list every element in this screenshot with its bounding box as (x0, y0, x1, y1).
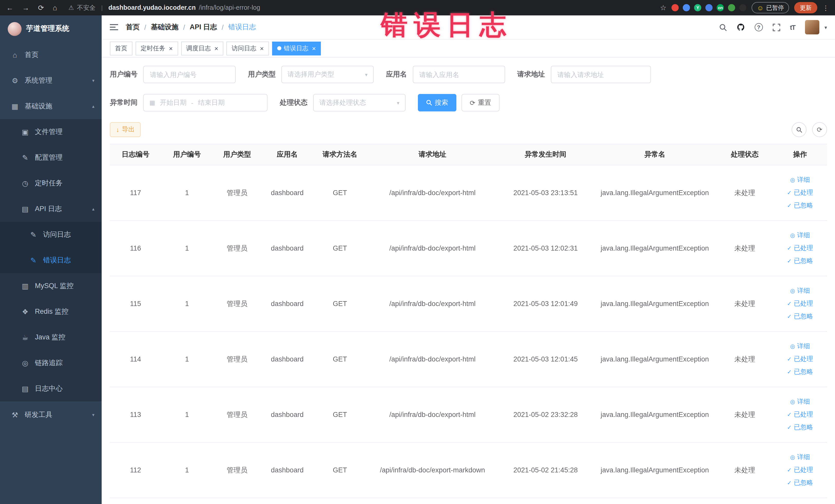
sidebar-item-label: 日志中心 (35, 384, 63, 394)
sidebar-item-file[interactable]: ▣文件管理 (0, 119, 102, 145)
ext-y-icon[interactable]: Y (694, 4, 701, 11)
sidebar-item-label: Redis 监控 (35, 307, 68, 316)
sidebar-item-trace[interactable]: ◎链路追踪 (0, 350, 102, 376)
actions-cell: ◎详细✓已处理✓已忽略 (773, 331, 827, 387)
sidebar-item-home[interactable]: ⌂首页 (0, 42, 102, 68)
request-url-input[interactable] (551, 66, 651, 83)
font-size-icon[interactable]: tT (790, 23, 795, 31)
detail-link[interactable]: ◎详细 (773, 451, 827, 464)
sidebar-item-dev-tools[interactable]: ⚒研发工具▾ (0, 402, 102, 427)
refresh-icon: ⟳ (470, 99, 475, 106)
status-cell: 未处理 (716, 165, 773, 221)
sidebar-item-error-log[interactable]: ✎错误日志 (0, 247, 102, 273)
refresh-button[interactable]: ⟳ (812, 122, 827, 137)
fullscreen-icon[interactable] (772, 23, 780, 31)
ignored-label: 已忽略 (794, 477, 813, 489)
log-id-cell: 116 (110, 221, 161, 276)
home-button[interactable]: ⌂ (53, 4, 57, 12)
processed-link[interactable]: ✓已处理 (773, 186, 827, 199)
github-icon[interactable] (736, 23, 745, 31)
app-logo[interactable]: 芋道管理系统 (0, 15, 102, 42)
sidebar-item-access-log[interactable]: ✎访问日志 (0, 222, 102, 247)
ext-paw-icon[interactable] (739, 4, 747, 11)
sidebar-item-log-center[interactable]: ▤日志中心 (0, 376, 102, 402)
forward-button[interactable]: → (22, 4, 29, 12)
sidebar-item-label: MySQL 监控 (35, 281, 74, 291)
ext-leaf-icon[interactable] (728, 4, 735, 11)
processed-link[interactable]: ✓已处理 (773, 408, 827, 421)
folder-icon: ▣ (21, 128, 30, 136)
chevron-down-icon[interactable]: ▾ (824, 24, 827, 30)
ext-on-icon[interactable]: on (717, 4, 724, 11)
address-bar[interactable]: ⚠ 不安全 | dashboard.yudao.iocoder.cn/infra… (68, 3, 660, 12)
detail-link[interactable]: ◎详细 (773, 340, 827, 353)
close-icon[interactable]: × (260, 45, 264, 52)
detail-link[interactable]: ◎详细 (773, 396, 827, 408)
ignored-link[interactable]: ✓已忽略 (773, 199, 827, 212)
detail-link[interactable]: ◎详细 (773, 229, 827, 242)
ignored-link[interactable]: ✓已忽略 (773, 255, 827, 267)
request-url-cell: /api/infra/db-doc/export-html (367, 331, 498, 387)
export-button[interactable]: ↓ 导出 (110, 122, 141, 137)
sidebar-item-job[interactable]: ◷定时任务 (0, 170, 102, 196)
detail-link[interactable]: ◎详细 (773, 174, 827, 186)
processed-link[interactable]: ✓已处理 (773, 464, 827, 477)
help-icon[interactable]: ? (754, 23, 762, 31)
back-button[interactable]: ← (6, 4, 13, 12)
ignored-link[interactable]: ✓已忽略 (773, 310, 827, 323)
processed-link[interactable]: ✓已处理 (773, 242, 827, 255)
tab-error-log[interactable]: 错误日志× (272, 41, 321, 55)
search-toggle-button[interactable] (792, 122, 807, 137)
processed-link[interactable]: ✓已处理 (773, 353, 827, 366)
search-icon[interactable] (719, 23, 727, 31)
method-cell: GET (313, 331, 367, 387)
exception-time-range-picker[interactable]: ▦ 开始日期 - 结束日期 (143, 94, 267, 112)
user-type-select[interactable]: 请选择用户类型 ▾ (281, 66, 374, 83)
user-avatar[interactable] (805, 20, 819, 35)
process-status-select[interactable]: 请选择处理状态 ▾ (313, 94, 406, 112)
ignored-link[interactable]: ✓已忽略 (773, 366, 827, 379)
ignored-link[interactable]: ✓已忽略 (773, 421, 827, 434)
breadcrumb-item[interactable]: API 日志 (190, 23, 217, 32)
processed-link[interactable]: ✓已处理 (773, 297, 827, 310)
tab-home[interactable]: 首页 (110, 41, 133, 55)
user-type-cell: 管理员 (213, 387, 262, 442)
detail-link[interactable]: ◎详细 (773, 284, 827, 297)
hamburger-icon[interactable] (110, 24, 118, 31)
sidebar-item-system[interactable]: ⚙系统管理▾ (0, 68, 102, 94)
close-icon[interactable]: × (312, 45, 316, 52)
ignored-link[interactable]: ✓已忽略 (773, 477, 827, 489)
profile-paused-pill[interactable]: ☺ 已暂停 (752, 2, 789, 13)
sidebar-item-infra[interactable]: ▦基础设施▴ (0, 94, 102, 119)
actions-cell: ◎详细✓已处理✓已忽略 (773, 165, 827, 221)
time-cell: 2021-05-03 12:01:49 (498, 276, 593, 331)
tab-access-log[interactable]: 访问日志× (226, 41, 269, 55)
reload-button[interactable]: ⟳ (38, 4, 44, 12)
sidebar-item-config[interactable]: ✎配置管理 (0, 145, 102, 170)
update-button[interactable]: 更新 (794, 2, 817, 13)
download-icon: ↓ (116, 126, 119, 133)
user-id-input[interactable] (143, 66, 236, 83)
sidebar-item-api-log[interactable]: ▤API 日志▴ (0, 196, 102, 222)
bookmark-star-icon[interactable]: ☆ (660, 4, 666, 12)
breadcrumb-separator: / (222, 23, 224, 31)
ext-record-icon[interactable] (672, 4, 679, 11)
sidebar-item-mysql[interactable]: ▥MySQL 监控 (0, 273, 102, 299)
menu-kebab-icon[interactable]: ⋮ (822, 4, 829, 12)
tab-job[interactable]: 定时任务× (136, 41, 178, 55)
breadcrumb-item[interactable]: 首页 (126, 23, 140, 32)
sidebar-item-redis[interactable]: ❖Redis 监控 (0, 299, 102, 324)
tab-label: 定时任务 (141, 44, 165, 53)
search-button[interactable]: 搜索 (418, 94, 456, 112)
url-domain: dashboard.yudao.iocoder.cn (108, 4, 196, 11)
close-icon[interactable]: × (169, 45, 173, 52)
ext-drop-icon[interactable] (683, 4, 690, 11)
sidebar-item-java[interactable]: ☕Java 监控 (0, 324, 102, 350)
breadcrumb-item[interactable]: 基础设施 (151, 23, 179, 32)
detail-label: 详细 (797, 451, 810, 464)
close-icon[interactable]: × (214, 45, 218, 52)
reset-button[interactable]: ⟳ 重置 (462, 94, 500, 112)
app-name-input[interactable] (412, 66, 505, 83)
ext-grid-icon[interactable] (705, 4, 713, 11)
tab-job-log[interactable]: 调度日志× (181, 41, 223, 55)
